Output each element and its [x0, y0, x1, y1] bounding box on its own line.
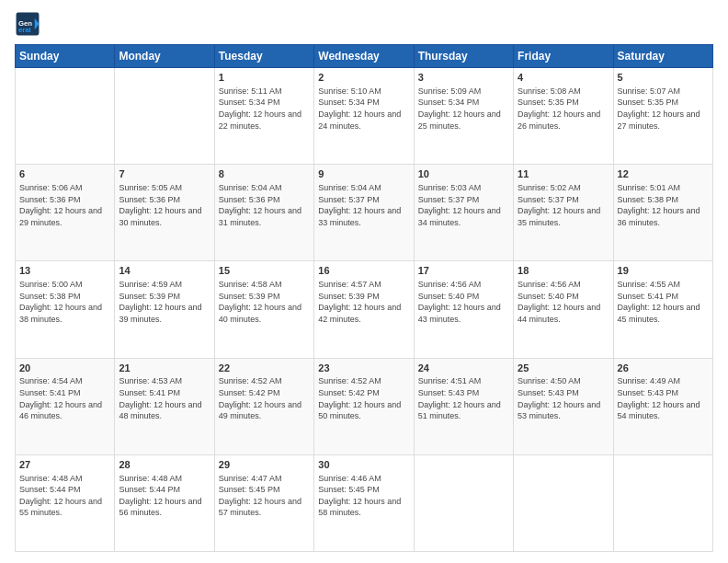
- calendar-cell: 12Sunrise: 5:01 AMSunset: 5:38 PMDayligh…: [613, 165, 712, 261]
- calendar-cell: [16, 68, 115, 165]
- day-info: Sunrise: 4:56 AMSunset: 5:40 PMDaylight:…: [518, 279, 609, 325]
- calendar-cell: 30Sunrise: 4:46 AMSunset: 5:45 PMDayligh…: [314, 454, 414, 551]
- calendar-cell: 23Sunrise: 4:52 AMSunset: 5:42 PMDayligh…: [314, 358, 414, 454]
- day-info: Sunrise: 4:49 AMSunset: 5:43 PMDaylight:…: [618, 375, 709, 421]
- calendar-cell: [613, 454, 712, 551]
- day-number: 18: [518, 264, 609, 278]
- calendar-week-5: 27Sunrise: 4:48 AMSunset: 5:44 PMDayligh…: [16, 454, 713, 551]
- day-number: 3: [418, 71, 509, 85]
- day-number: 7: [119, 167, 210, 181]
- calendar-cell: 21Sunrise: 4:53 AMSunset: 5:41 PMDayligh…: [115, 358, 214, 454]
- calendar-cell: [115, 68, 214, 165]
- calendar-cell: 11Sunrise: 5:02 AMSunset: 5:37 PMDayligh…: [514, 165, 613, 261]
- calendar-cell: 29Sunrise: 4:47 AMSunset: 5:45 PMDayligh…: [214, 454, 313, 551]
- day-info: Sunrise: 5:04 AMSunset: 5:36 PMDaylight:…: [219, 182, 310, 228]
- day-info: Sunrise: 4:51 AMSunset: 5:43 PMDaylight:…: [418, 375, 509, 421]
- day-info: Sunrise: 5:04 AMSunset: 5:37 PMDaylight:…: [318, 182, 409, 228]
- day-info: Sunrise: 5:06 AMSunset: 5:36 PMDaylight:…: [19, 182, 110, 228]
- day-number: 21: [119, 362, 210, 375]
- day-info: Sunrise: 4:48 AMSunset: 5:44 PMDaylight:…: [119, 473, 210, 519]
- day-number: 15: [219, 264, 310, 278]
- day-info: Sunrise: 4:52 AMSunset: 5:42 PMDaylight:…: [219, 375, 310, 421]
- calendar-cell: 20Sunrise: 4:54 AMSunset: 5:41 PMDayligh…: [16, 358, 115, 454]
- day-info: Sunrise: 5:10 AMSunset: 5:34 PMDaylight:…: [318, 86, 409, 132]
- day-number: 19: [618, 264, 709, 278]
- weekday-header-sunday: Sunday: [16, 45, 115, 68]
- calendar-cell: [514, 454, 613, 551]
- calendar-cell: 16Sunrise: 4:57 AMSunset: 5:39 PMDayligh…: [314, 261, 414, 358]
- calendar-cell: 10Sunrise: 5:03 AMSunset: 5:37 PMDayligh…: [414, 165, 513, 261]
- calendar-week-4: 20Sunrise: 4:54 AMSunset: 5:41 PMDayligh…: [16, 358, 713, 454]
- calendar-cell: 28Sunrise: 4:48 AMSunset: 5:44 PMDayligh…: [115, 454, 214, 551]
- calendar-cell: 3Sunrise: 5:09 AMSunset: 5:34 PMDaylight…: [414, 68, 513, 165]
- weekday-header-monday: Monday: [115, 45, 214, 68]
- weekday-header-saturday: Saturday: [613, 45, 712, 68]
- day-info: Sunrise: 4:56 AMSunset: 5:40 PMDaylight:…: [418, 279, 509, 325]
- day-number: 12: [618, 167, 709, 181]
- day-number: 9: [318, 167, 409, 181]
- day-info: Sunrise: 5:01 AMSunset: 5:38 PMDaylight:…: [618, 182, 709, 228]
- day-info: Sunrise: 4:59 AMSunset: 5:39 PMDaylight:…: [119, 279, 210, 325]
- weekday-header-thursday: Thursday: [414, 45, 513, 68]
- calendar-cell: [414, 454, 513, 551]
- day-number: 27: [19, 458, 110, 472]
- calendar-page: Gen eral SundayMondayTuesdayWednesdayThu…: [0, 0, 728, 563]
- weekday-header-tuesday: Tuesday: [214, 45, 313, 68]
- day-number: 29: [219, 458, 310, 472]
- calendar-cell: 17Sunrise: 4:56 AMSunset: 5:40 PMDayligh…: [414, 261, 513, 358]
- header: Gen eral: [15, 11, 713, 37]
- calendar-cell: 13Sunrise: 5:00 AMSunset: 5:38 PMDayligh…: [16, 261, 115, 358]
- day-number: 26: [618, 362, 709, 375]
- logo: Gen eral: [15, 11, 44, 37]
- weekday-header-wednesday: Wednesday: [314, 45, 414, 68]
- calendar-cell: 4Sunrise: 5:08 AMSunset: 5:35 PMDaylight…: [514, 68, 613, 165]
- day-number: 5: [618, 71, 709, 85]
- calendar-cell: 27Sunrise: 4:48 AMSunset: 5:44 PMDayligh…: [16, 454, 115, 551]
- day-number: 6: [19, 167, 110, 181]
- calendar-cell: 25Sunrise: 4:50 AMSunset: 5:43 PMDayligh…: [514, 358, 613, 454]
- day-number: 20: [19, 362, 110, 375]
- day-number: 25: [518, 362, 609, 375]
- day-info: Sunrise: 4:55 AMSunset: 5:41 PMDaylight:…: [618, 279, 709, 325]
- calendar-week-3: 13Sunrise: 5:00 AMSunset: 5:38 PMDayligh…: [16, 261, 713, 358]
- day-info: Sunrise: 4:57 AMSunset: 5:39 PMDaylight:…: [318, 279, 409, 325]
- calendar-cell: 6Sunrise: 5:06 AMSunset: 5:36 PMDaylight…: [16, 165, 115, 261]
- day-info: Sunrise: 5:11 AMSunset: 5:34 PMDaylight:…: [219, 86, 310, 132]
- day-number: 22: [219, 362, 310, 375]
- day-number: 16: [318, 264, 409, 278]
- calendar-cell: 14Sunrise: 4:59 AMSunset: 5:39 PMDayligh…: [115, 261, 214, 358]
- day-info: Sunrise: 4:50 AMSunset: 5:43 PMDaylight:…: [518, 375, 609, 421]
- calendar-cell: 7Sunrise: 5:05 AMSunset: 5:36 PMDaylight…: [115, 165, 214, 261]
- day-number: 14: [119, 264, 210, 278]
- day-number: 13: [19, 264, 110, 278]
- calendar-table: SundayMondayTuesdayWednesdayThursdayFrid…: [15, 44, 713, 552]
- day-info: Sunrise: 4:48 AMSunset: 5:44 PMDaylight:…: [19, 473, 110, 519]
- calendar-cell: 15Sunrise: 4:58 AMSunset: 5:39 PMDayligh…: [214, 261, 313, 358]
- day-number: 17: [418, 264, 509, 278]
- calendar-cell: 1Sunrise: 5:11 AMSunset: 5:34 PMDaylight…: [214, 68, 313, 165]
- day-info: Sunrise: 5:02 AMSunset: 5:37 PMDaylight:…: [518, 182, 609, 228]
- day-info: Sunrise: 5:09 AMSunset: 5:34 PMDaylight:…: [418, 86, 509, 132]
- day-info: Sunrise: 4:52 AMSunset: 5:42 PMDaylight:…: [318, 375, 409, 421]
- calendar-cell: 2Sunrise: 5:10 AMSunset: 5:34 PMDaylight…: [314, 68, 414, 165]
- day-number: 23: [318, 362, 409, 375]
- day-number: 28: [119, 458, 210, 472]
- logo-icon: Gen eral: [15, 11, 40, 37]
- calendar-week-1: 1Sunrise: 5:11 AMSunset: 5:34 PMDaylight…: [16, 68, 713, 165]
- weekday-header-row: SundayMondayTuesdayWednesdayThursdayFrid…: [16, 45, 713, 68]
- day-number: 24: [418, 362, 509, 375]
- calendar-cell: 26Sunrise: 4:49 AMSunset: 5:43 PMDayligh…: [613, 358, 712, 454]
- day-info: Sunrise: 4:58 AMSunset: 5:39 PMDaylight:…: [219, 279, 310, 325]
- day-info: Sunrise: 4:54 AMSunset: 5:41 PMDaylight:…: [19, 375, 110, 421]
- day-number: 4: [518, 71, 609, 85]
- day-number: 10: [418, 167, 509, 181]
- calendar-week-2: 6Sunrise: 5:06 AMSunset: 5:36 PMDaylight…: [16, 165, 713, 261]
- day-number: 30: [318, 458, 409, 472]
- calendar-cell: 22Sunrise: 4:52 AMSunset: 5:42 PMDayligh…: [214, 358, 313, 454]
- day-info: Sunrise: 4:47 AMSunset: 5:45 PMDaylight:…: [219, 473, 310, 519]
- day-info: Sunrise: 5:07 AMSunset: 5:35 PMDaylight:…: [618, 86, 709, 132]
- day-number: 11: [518, 167, 609, 181]
- calendar-cell: 24Sunrise: 4:51 AMSunset: 5:43 PMDayligh…: [414, 358, 513, 454]
- calendar-cell: 18Sunrise: 4:56 AMSunset: 5:40 PMDayligh…: [514, 261, 613, 358]
- calendar-cell: 19Sunrise: 4:55 AMSunset: 5:41 PMDayligh…: [613, 261, 712, 358]
